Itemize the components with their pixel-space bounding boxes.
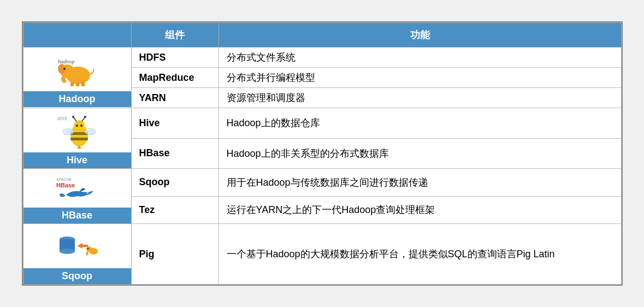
svg-point-32 [87,248,89,250]
sqoop-icon [23,224,131,268]
svg-point-12 [74,120,85,131]
function-cell: 运行在YARN之上的下一代Hadoop查询处理框架 [218,196,621,224]
svg-rect-5 [70,82,74,86]
table-row: HIVE Hive HiveHadoop上的数据仓库 [23,108,621,139]
sidebar-cell-sqoop: Sqoop [23,224,131,285]
svg-point-16 [84,116,86,118]
svg-point-20 [80,125,82,127]
function-cell: 资源管理和调度器 [218,88,621,108]
hive-icon: HIVE [23,108,131,152]
component-cell: YARN [131,88,218,108]
svg-point-4 [63,68,66,70]
function-cell: Hadoop上的非关系型的分布式数据库 [218,138,621,169]
component-cell: MapReduce [131,68,218,88]
svg-rect-7 [81,82,85,86]
svg-point-18 [85,128,96,135]
function-cell: 分布式并行编程模型 [218,68,621,88]
sidebar-cell-hive: HIVE Hive [23,108,131,169]
component-cell: Pig [131,224,218,285]
svg-marker-29 [77,243,88,249]
header-col-sidebar [23,23,131,48]
function-cell: 分布式文件系统 [218,48,621,68]
hbase-label: HBase [23,208,131,223]
header-col-component: 组件 [131,23,218,48]
component-table: 组件 功能 hadoop [23,22,622,285]
table-row: APACHE HBase HBase Sqoop用于在Hadoop与传统数据库之… [23,169,621,197]
component-cell: HDFS [131,48,218,68]
table-row: hadoop Hadoop HDFS分布式文件系统 [23,48,621,68]
header-col-function: 功能 [218,23,621,48]
component-cell: Hive [131,108,218,139]
sidebar-cell-hadoop: hadoop Hadoop [23,48,131,108]
svg-point-17 [63,128,74,135]
sidebar-cell-hbase: APACHE HBase HBase [23,169,131,224]
svg-rect-11 [70,138,88,140]
svg-point-15 [72,116,74,118]
svg-text:hadoop: hadoop [58,58,75,64]
svg-point-19 [76,125,78,127]
svg-text:APACHE: APACHE [56,178,72,181]
component-cell: Sqoop [131,169,218,197]
function-cell: Hadoop上的数据仓库 [218,108,621,139]
svg-point-28 [60,249,75,254]
svg-rect-6 [76,82,79,86]
hadoop-icon: hadoop [23,48,131,91]
table-row: Sqoop Pig一个基于Hadoop的大规模数据分析平台，提供类似SQL的查询… [23,224,621,285]
hive-label: Hive [23,152,131,168]
svg-point-25 [88,192,89,193]
sqoop-label: Sqoop [23,268,131,284]
hadoop-label: Hadoop [23,91,131,107]
component-cell: Tez [131,196,218,224]
main-table-wrapper: 组件 功能 hadoop [22,21,623,286]
function-cell: 一个基于Hadoop的大规模数据分析平台，提供类似SQL的查询语言Pig Lat… [218,224,621,285]
hbase-icon: APACHE HBase [23,169,131,208]
svg-text:HIVE: HIVE [57,116,67,121]
svg-point-31 [86,246,92,252]
function-cell: 用于在Hadoop与传统数据库之间进行数据传递 [218,169,621,197]
component-cell: HBase [131,138,218,169]
svg-text:HBase: HBase [56,182,75,188]
